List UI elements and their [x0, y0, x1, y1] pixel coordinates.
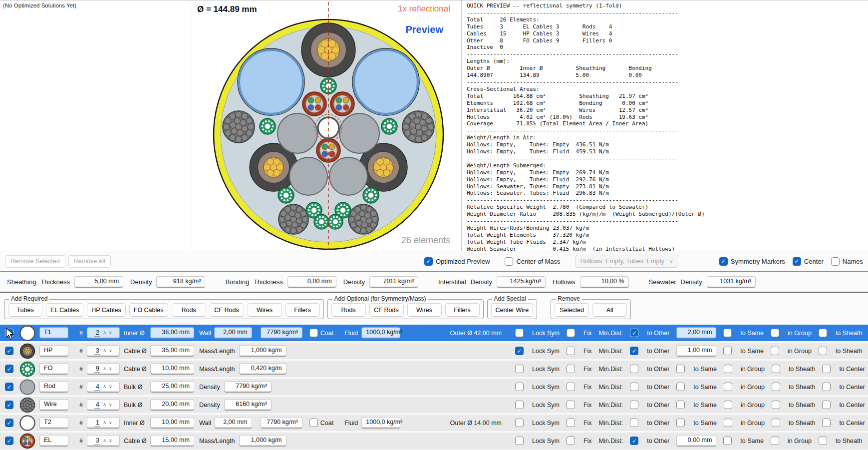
fix-option[interactable]: Fix [567, 329, 592, 337]
min-dist-to-same-checkbox[interactable] [723, 437, 732, 445]
element-name-field[interactable]: Rod [39, 381, 68, 393]
diameter-field[interactable]: 10,00 mm [150, 417, 194, 429]
interstitial-density-field[interactable]: 1425 kg/m³ [497, 276, 546, 288]
density-field[interactable]: 7790 kg/m³ [261, 417, 302, 429]
min-dist-to-sheath-checkbox[interactable] [819, 347, 827, 355]
min-dist-to-sheath-option[interactable]: to Sheath [819, 437, 863, 445]
add-required-cf-rods-button[interactable]: CF Rods [210, 303, 244, 317]
spinner-up-icon[interactable]: ∧ [103, 348, 106, 353]
center-option[interactable]: ✓Center [793, 257, 824, 266]
min-dist-to-same-option[interactable]: to Same [676, 419, 717, 427]
min-dist-to-other-option[interactable]: to Other [630, 419, 669, 427]
wall-field[interactable]: 2,00 mm [214, 417, 252, 429]
min-dist-in-group-option[interactable]: in Group [724, 401, 765, 409]
min-dist-to-sheath-option[interactable]: to Sheath [772, 365, 816, 373]
spinner-up-icon[interactable]: ∧ [103, 420, 106, 425]
lock-sym-option[interactable]: Lock Sym [515, 437, 560, 445]
element-name-field[interactable]: T2 [39, 417, 68, 429]
min-dist-to-same-checkbox[interactable] [676, 419, 685, 427]
spinner-down-icon[interactable]: ∨ [109, 348, 112, 353]
symmetry-markers-checkbox[interactable]: ✓ [719, 257, 728, 266]
min-dist-to-sheath-checkbox[interactable] [819, 329, 827, 337]
count-spinner[interactable]: 1∧∨ [87, 417, 120, 429]
element-row-Wire[interactable]: ✓Wire#4∧∨Bulk Ø20,00 mmDensity6160 kg/m³… [0, 397, 868, 413]
min-dist-to-center-option[interactable]: to Center [822, 419, 865, 427]
coat-checkbox[interactable] [309, 329, 318, 337]
lock-sym-checkbox[interactable] [515, 401, 524, 409]
density-field[interactable]: 7011 kg/m³ [369, 276, 418, 288]
fix-option[interactable]: Fix [567, 401, 592, 409]
min-dist-to-other-checkbox[interactable]: ✓ [630, 347, 638, 355]
center-of-mass-option[interactable]: Center of Mass [505, 257, 560, 266]
min-dist-to-other-checkbox[interactable]: ✓ [630, 329, 638, 337]
min-dist-to-sheath-checkbox[interactable] [772, 401, 780, 409]
lock-sym-option[interactable]: ✓Lock Sym [515, 347, 560, 355]
names-checkbox[interactable] [831, 257, 840, 266]
min-dist-to-other-checkbox[interactable] [630, 383, 638, 391]
row-active-checkbox[interactable]: ✓ [5, 365, 13, 373]
min-dist-to-center-option[interactable]: to Center [822, 401, 865, 409]
add-optional-for-symmetry-mass-wires-button[interactable]: Wires [407, 303, 442, 317]
min-dist-in-group-checkbox[interactable] [724, 365, 732, 373]
min-dist-to-center-option[interactable]: to Center [822, 365, 865, 373]
optimized-preview-option[interactable]: ✓Optimized Preview [424, 257, 490, 266]
min-dist-to-same-checkbox[interactable] [723, 329, 732, 337]
min-dist-to-other-option[interactable]: ✓to Other [630, 347, 669, 355]
count-spinner[interactable]: 4∧∨ [87, 381, 120, 393]
add-optional-for-symmetry-mass-rods-button[interactable]: Rods [331, 303, 366, 317]
spinner-down-icon[interactable]: ∨ [109, 438, 112, 443]
hollows-fill-dropdown[interactable]: Hollows: Empty, Tubes: Empty∨ [576, 255, 678, 268]
density-field[interactable]: 918 kg/m³ [156, 276, 205, 288]
names-option[interactable]: Names [831, 257, 863, 266]
min-dist-to-other-checkbox[interactable] [630, 365, 638, 373]
min-dist-to-other-option[interactable]: ✓to Other [630, 437, 669, 445]
fluid-density-field[interactable]: 1000,0 kg/m³ [361, 417, 400, 429]
min-dist-in-group-option[interactable]: in Group [724, 419, 765, 427]
diameter-field[interactable]: 25,00 mm [150, 381, 194, 393]
fix-checkbox[interactable] [567, 365, 575, 373]
min-dist-to-other-option[interactable]: to Other [630, 401, 669, 409]
min-dist-to-same-checkbox[interactable] [676, 365, 685, 373]
element-row-HP[interactable]: ✓HP#3∧∨Cable Ø35,00 mmMass/Length1,000 k… [0, 343, 868, 359]
bonding-thickness-field[interactable]: 0,00 mm [288, 276, 336, 288]
lock-sym-option[interactable]: Lock Sym [515, 401, 560, 409]
fix-checkbox[interactable] [567, 329, 575, 337]
add-required-el-cables-button[interactable]: EL Cables [46, 303, 83, 317]
min-dist-in-group-option[interactable]: in Group [724, 383, 765, 391]
diameter-field[interactable]: 15,00 mm [150, 435, 194, 447]
min-dist-in-group-checkbox[interactable] [771, 347, 779, 355]
min-dist-to-other-checkbox[interactable] [630, 401, 638, 409]
spinner-down-icon[interactable]: ∨ [109, 384, 112, 389]
lock-sym-option[interactable]: Lock Sym [515, 365, 560, 373]
center-checkbox[interactable]: ✓ [793, 257, 801, 266]
add-optional-for-symmetry-mass-fillers-button[interactable]: Fillers [445, 303, 480, 317]
spinner-up-icon[interactable]: ∧ [103, 330, 106, 335]
remove-selected-button[interactable]: Selected [555, 303, 589, 317]
element-name-field[interactable]: Wire [39, 399, 68, 411]
mass-density-field[interactable]: 1,000 kg/m [239, 435, 287, 447]
min-dist-to-sheath-option[interactable]: to Sheath [772, 401, 816, 409]
element-name-field[interactable]: HP [39, 345, 68, 357]
wall-field[interactable]: 2,00 mm [214, 327, 252, 339]
lock-sym-option[interactable]: Lock Sym [515, 383, 560, 391]
symmetry-markers-option[interactable]: ✓Symmetry Markers [719, 257, 785, 266]
element-row-T2[interactable]: ✓T2#1∧∨Inner Ø10,00 mmWall2,00 mm7790 kg… [0, 415, 868, 431]
lock-sym-checkbox[interactable] [515, 419, 524, 427]
min-dist-field[interactable]: 0,00 mm [676, 435, 716, 447]
min-dist-to-same-option[interactable]: to Same [723, 329, 764, 337]
min-dist-to-sheath-checkbox[interactable] [772, 419, 780, 427]
min-dist-to-same-option[interactable]: to Same [723, 347, 764, 355]
row-active-checkbox[interactable]: ✓ [5, 383, 13, 391]
lock-sym-checkbox[interactable] [515, 437, 524, 445]
mass-density-field[interactable]: 6160 kg/m³ [224, 399, 272, 411]
count-spinner[interactable]: 3∧∨ [87, 435, 120, 447]
add-required-fo-cables-button[interactable]: FO Cables [129, 303, 168, 317]
spinner-up-icon[interactable]: ∧ [103, 438, 106, 443]
min-dist-to-other-checkbox[interactable]: ✓ [630, 437, 638, 445]
add-special-center-wire-button[interactable]: Center Wire [491, 303, 534, 317]
lock-sym-checkbox[interactable] [515, 365, 524, 373]
min-dist-to-sheath-option[interactable]: to Sheath [772, 383, 816, 391]
min-dist-to-sheath-checkbox[interactable] [819, 437, 827, 445]
min-dist-to-center-checkbox[interactable] [822, 383, 831, 391]
min-dist-in-group-checkbox[interactable] [724, 383, 732, 391]
